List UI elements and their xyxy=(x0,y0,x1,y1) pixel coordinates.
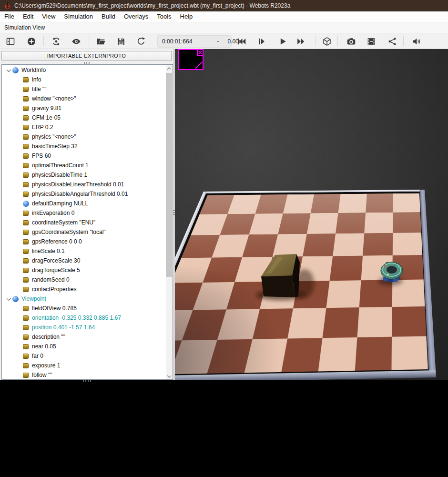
resize-handle-icon[interactable] xyxy=(195,61,203,69)
tree-item-label: physicsDisableTime 1 xyxy=(32,172,87,178)
tree-item-label: orientation -0.325 0.332 0.885 1.67 xyxy=(32,315,121,321)
tree-item[interactable]: physicsDisableAngularThreshold 0.01 xyxy=(2,189,166,199)
tree-item[interactable]: physics "<none>" xyxy=(2,132,166,142)
menu-tools[interactable]: Tools xyxy=(153,11,175,22)
tree-item[interactable]: ERP 0.2 xyxy=(2,122,166,132)
field-icon xyxy=(23,306,29,311)
field-icon xyxy=(23,287,29,292)
tree-item[interactable]: near 0.05 xyxy=(2,342,166,351)
close-icon[interactable] xyxy=(197,49,204,56)
restore-viewpoint-button[interactable] xyxy=(51,36,62,47)
tree-item[interactable]: position 0.401 -1.57 1.64 xyxy=(2,323,166,332)
menu-file[interactable]: File xyxy=(0,11,19,22)
tree-item[interactable]: FPS 60 xyxy=(2,151,166,161)
tree-item[interactable]: WorldInfo xyxy=(2,65,166,75)
scene-tree-panel: IMPORTABLE EXTERNPROTO WorldInfoinfotitl… xyxy=(0,49,173,380)
tree-item[interactable]: far 0 xyxy=(2,351,166,361)
tree-item-label: follow "" xyxy=(32,372,52,378)
fast-forward-button[interactable] xyxy=(295,36,307,47)
console-splitter-handle[interactable] xyxy=(83,380,91,382)
field-icon xyxy=(23,277,29,283)
field-icon xyxy=(23,211,29,216)
scroll-down-icon[interactable] xyxy=(166,373,172,380)
tree-item[interactable]: defaultDamping NULL xyxy=(2,199,166,208)
field-icon xyxy=(23,96,29,101)
tree-item[interactable]: lineScale 0.1 xyxy=(2,246,166,256)
panel-splitter-handle[interactable] xyxy=(82,62,92,64)
e-puck-robot[interactable] xyxy=(378,262,403,285)
tree-item[interactable]: randomSeed 0 xyxy=(2,275,166,284)
rendering-cube-button[interactable] xyxy=(321,36,333,47)
save-world-button[interactable] xyxy=(115,36,127,47)
tree-item[interactable]: fieldOfView 0.785 xyxy=(2,304,166,313)
tree-item[interactable]: Viewpoint xyxy=(2,294,166,304)
tree-item[interactable]: gpsReference 0 0 0 xyxy=(2,237,166,246)
menu-view[interactable]: View xyxy=(38,11,60,22)
scroll-thumb[interactable] xyxy=(166,73,172,277)
chevron-down-icon[interactable] xyxy=(5,294,12,304)
tree-item[interactable]: contactProperties xyxy=(2,284,166,294)
play-button[interactable] xyxy=(277,36,288,47)
tree-item[interactable]: dragTorqueScale 5 xyxy=(2,265,166,275)
tree-item[interactable]: description "" xyxy=(2,332,166,342)
tree-item[interactable]: info xyxy=(2,75,166,84)
add-node-button[interactable] xyxy=(26,36,37,47)
toggle-scene-tree-button[interactable] xyxy=(5,36,16,47)
menu-build[interactable]: Build xyxy=(97,11,120,22)
tree-item[interactable]: coordinateSystem "ENU" xyxy=(2,218,166,227)
tree-item[interactable]: follow "" xyxy=(2,370,166,379)
menu-simulation[interactable]: Simulation xyxy=(60,11,97,22)
importable-externproto-button[interactable]: IMPORTABLE EXTERNPROTO xyxy=(1,51,172,61)
tree-item[interactable]: optimalThreadCount 1 xyxy=(2,161,166,170)
tree-item[interactable]: physicsDisableTime 1 xyxy=(2,170,166,180)
tree-item[interactable]: title "" xyxy=(2,84,166,94)
3d-view[interactable] xyxy=(175,49,448,380)
visibility-eye-button[interactable] xyxy=(71,36,82,47)
tree-item[interactable]: inkEvaporation 0 xyxy=(2,208,166,218)
toolbar-separator xyxy=(89,36,89,46)
time-dash: - xyxy=(217,38,219,45)
menu-help[interactable]: Help xyxy=(176,11,197,22)
scroll-up-icon[interactable] xyxy=(166,65,172,72)
wooden-box[interactable] xyxy=(261,254,300,297)
field-icon xyxy=(23,373,29,378)
toolbar: 0:00:01:664 - 0.00x xyxy=(0,33,448,49)
field-icon xyxy=(23,87,29,92)
scrollbar[interactable] xyxy=(166,65,172,380)
field-icon xyxy=(23,115,29,121)
toolbar-separator xyxy=(315,36,316,46)
tree-item[interactable]: dragForceScale 30 xyxy=(2,256,166,265)
tree-item-label: position 0.401 -1.57 1.64 xyxy=(32,324,95,331)
open-world-button[interactable] xyxy=(95,36,107,47)
menu-bar: FileEditViewSimulationBuildOverlaysTools… xyxy=(0,11,448,22)
screenshot-camera-button[interactable] xyxy=(346,36,357,47)
view-tab-bar: Simulation View xyxy=(0,22,448,33)
tab-simulation-view[interactable]: Simulation View xyxy=(0,24,45,31)
field-icon xyxy=(23,363,29,368)
tree-item[interactable]: CFM 1e-05 xyxy=(2,113,166,122)
tree-item-label: near 0.05 xyxy=(32,343,56,350)
tree-item[interactable]: gravity 9.81 xyxy=(2,103,166,113)
title-bar[interactable]: C:\Users\gm529\Documents\my_first_projec… xyxy=(0,0,448,11)
field-icon xyxy=(23,173,29,178)
share-button[interactable] xyxy=(387,36,398,47)
sound-speaker-button[interactable] xyxy=(411,36,422,47)
rewind-button[interactable] xyxy=(236,36,247,47)
tree-item[interactable]: orientation -0.325 0.332 0.885 1.67 xyxy=(2,313,166,323)
tree-item[interactable]: exposure 1 xyxy=(2,361,166,370)
tree-item-label: gravity 9.81 xyxy=(32,105,61,112)
tree-item[interactable]: physicsDisableLinearThreshold 0.01 xyxy=(2,180,166,189)
tree-item[interactable]: basicTimeStep 32 xyxy=(2,142,166,151)
menu-edit[interactable]: Edit xyxy=(19,11,38,22)
camera-overlay[interactable] xyxy=(178,49,204,70)
tree-item[interactable]: window "<none>" xyxy=(2,94,166,103)
field-icon xyxy=(23,258,29,264)
tree-item-label: gpsReference 0 0 0 xyxy=(32,238,82,245)
menu-overlays[interactable]: Overlays xyxy=(120,11,153,22)
record-movie-button[interactable] xyxy=(366,36,377,47)
tree-item[interactable]: gpsCoordinateSystem "local" xyxy=(2,227,166,237)
reload-world-button[interactable] xyxy=(135,36,147,47)
chevron-down-icon[interactable] xyxy=(5,65,12,75)
simulation-time-display: 0:00:01:664 - 0.00x xyxy=(157,35,232,48)
step-button[interactable] xyxy=(256,36,268,47)
